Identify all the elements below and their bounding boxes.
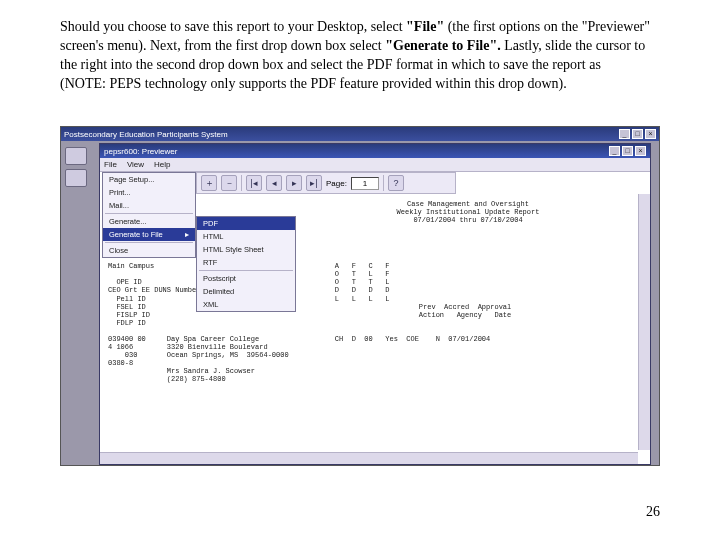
submenu-item[interactable]: Postscript (197, 272, 295, 285)
zoom-out-icon[interactable]: － (221, 175, 237, 191)
menu-help[interactable]: Help (154, 160, 170, 169)
page-number-input[interactable]: 1 (351, 177, 379, 190)
instruction-paragraph: Should you choose to save this report to… (60, 18, 650, 94)
zoom-in-icon[interactable]: ＋ (201, 175, 217, 191)
file-dropdown-menu: Page Setup...Print...Mail...Generate...G… (102, 172, 196, 258)
page-number: 26 (646, 504, 660, 520)
previewer-titlebar: pepsr600: Previewer _ □ × (100, 144, 650, 158)
file-menu-item[interactable]: Generate... (103, 215, 195, 228)
menu-file[interactable]: File (104, 160, 117, 169)
horizontal-scrollbar[interactable] (100, 452, 638, 464)
previewer-menubar: File View Help (100, 158, 650, 172)
page-label: Page: (326, 179, 347, 188)
close-icon[interactable]: × (635, 146, 646, 156)
outer-left-toolbar (65, 147, 89, 187)
file-menu-item[interactable]: Page Setup... (103, 173, 195, 186)
file-menu-item[interactable]: Close (103, 244, 195, 257)
outer-window-titlebar: Postsecondary Education Participants Sys… (61, 127, 659, 141)
report-header: Case Management and OversightWeekly Inst… (338, 200, 598, 224)
prev-page-icon[interactable]: ◂ (266, 175, 282, 191)
app-icon[interactable] (65, 147, 87, 165)
minimize-icon[interactable]: _ (619, 129, 630, 139)
previewer-window: pepsr600: Previewer _ □ × File View Help… (99, 143, 651, 465)
vertical-scrollbar[interactable] (638, 194, 650, 450)
submenu-item[interactable]: XML (197, 298, 295, 311)
first-page-icon[interactable]: |◂ (246, 175, 262, 191)
submenu-item[interactable]: HTML Style Sheet (197, 243, 295, 256)
menu-view[interactable]: View (127, 160, 144, 169)
app-icon[interactable] (65, 169, 87, 187)
submenu-item[interactable]: Delimited (197, 285, 295, 298)
submenu-item[interactable]: HTML (197, 230, 295, 243)
maximize-icon[interactable]: □ (632, 129, 643, 139)
embedded-screenshot: Postsecondary Education Participants Sys… (60, 126, 660, 466)
file-menu-item[interactable]: Mail... (103, 199, 195, 212)
previewer-toolbar: ＋ － |◂ ◂ ▸ ▸| Page: 1 ? (196, 172, 456, 194)
close-icon[interactable]: × (645, 129, 656, 139)
outer-window-title: Postsecondary Education Participants Sys… (64, 130, 228, 139)
submenu-item[interactable]: PDF (197, 217, 295, 230)
generate-to-file-submenu: PDFHTMLHTML Style SheetRTFPostscriptDeli… (196, 216, 296, 312)
file-menu-item[interactable]: Generate to File▸ (103, 228, 195, 241)
previewer-title: pepsr600: Previewer (104, 147, 177, 156)
file-menu-item[interactable]: Print... (103, 186, 195, 199)
maximize-icon[interactable]: □ (622, 146, 633, 156)
next-page-icon[interactable]: ▸ (286, 175, 302, 191)
help-icon[interactable]: ? (388, 175, 404, 191)
submenu-item[interactable]: RTF (197, 256, 295, 269)
minimize-icon[interactable]: _ (609, 146, 620, 156)
last-page-icon[interactable]: ▸| (306, 175, 322, 191)
